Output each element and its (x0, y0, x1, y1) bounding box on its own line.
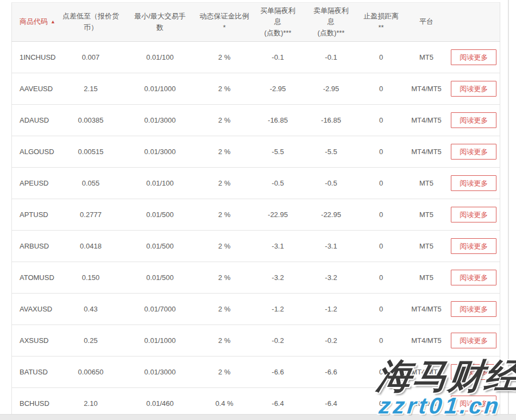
cell-symbol: ADAUSD (12, 105, 60, 136)
cell-margin: 2 % (198, 294, 251, 325)
cell-platform: MT4/MT5 (405, 294, 448, 325)
cell-platform: MT5 (405, 262, 448, 294)
cell-symbol: ALGOUSD (12, 136, 60, 168)
read-more-button[interactable]: 阅读更多 (451, 301, 496, 317)
table-row: BATUSD 0.00650 0.01/3000 2 % -6.6 -6.6 0… (12, 357, 500, 388)
cell-sell-swap: -2.95 (305, 73, 357, 105)
cell-margin: 2 % (198, 42, 251, 73)
sort-ascending-icon[interactable]: ▲ (51, 18, 55, 26)
cell-spread: 0.2777 (60, 199, 122, 231)
cell-symbol: AVAXUSD (12, 294, 60, 325)
cell-platform: MT4/MT5 (405, 136, 448, 168)
read-more-button[interactable]: 阅读更多 (451, 238, 496, 254)
table-row: APTUSD 0.2777 0.01/500 2 % -22.95 -22.95… (12, 199, 500, 231)
cell-sl-distance: 0 (357, 262, 405, 294)
cell-actions: 阅读更多 (448, 168, 500, 199)
page-bottom-strip (0, 414, 516, 420)
cell-margin: 2 % (198, 357, 251, 388)
read-more-button[interactable]: 阅读更多 (451, 175, 496, 191)
cell-spread: 0.25 (60, 325, 122, 357)
cell-symbol: APEUSD (12, 168, 60, 199)
cell-actions: 阅读更多 (448, 105, 500, 136)
cell-sl-distance: 0 (357, 136, 405, 168)
cell-buy-swap: -22.95 (251, 199, 305, 231)
column-header-symbol[interactable]: 商品代码▲ (12, 3, 60, 42)
cell-spread: 0.0418 (60, 231, 122, 262)
cell-lots: 0.01/500 (122, 262, 198, 294)
cell-lots: 0.01/7000 (122, 294, 198, 325)
cell-spread: 0.150 (60, 262, 122, 294)
cell-actions: 阅读更多 (448, 42, 500, 73)
cell-actions: 阅读更多 (448, 136, 500, 168)
cell-sell-swap: -3.2 (305, 262, 357, 294)
cell-sl-distance: 0 (357, 168, 405, 199)
read-more-button[interactable]: 阅读更多 (451, 144, 496, 160)
cell-sl-distance: 0 (357, 42, 405, 73)
cell-sl-distance: 0 (357, 325, 405, 357)
read-more-button[interactable]: 阅读更多 (451, 112, 496, 128)
cell-sl-distance: 0 (357, 199, 405, 231)
cell-platform: MT4/MT5 (405, 325, 448, 357)
cell-spread: 0.007 (60, 42, 122, 73)
cell-margin: 2 % (198, 168, 251, 199)
table-row: ATOMUSD 0.150 0.01/500 2 % -3.2 -3.2 0 M… (12, 262, 500, 294)
cell-platform: MT5 (405, 231, 448, 262)
cell-sl-distance: 0 (357, 73, 405, 105)
cell-sell-swap: -1.2 (305, 294, 357, 325)
column-header-sell-swap: 卖单隔夜利 息 (点数)*** (305, 3, 357, 42)
cell-sell-swap: -0.1 (305, 42, 357, 73)
cell-lots: 0.01/3000 (122, 105, 198, 136)
cell-spread: 0.00385 (60, 105, 122, 136)
read-more-button[interactable]: 阅读更多 (451, 333, 496, 348)
cell-buy-swap: -1.2 (251, 294, 305, 325)
table-row: ARBUSD 0.0418 0.01/500 2 % -3.1 -3.1 0 M… (12, 231, 500, 262)
column-header-spread: 点差低至（报价货 币） (60, 3, 122, 42)
cell-platform: MT4/MT5 (405, 73, 448, 105)
cell-spread: 0.055 (60, 168, 122, 199)
cell-margin: 2 % (198, 199, 251, 231)
cell-lots: 0.01/100 (122, 168, 198, 199)
table-row: ADAUSD 0.00385 0.01/3000 2 % -16.85 -16.… (12, 105, 500, 136)
cell-actions: 阅读更多 (448, 231, 500, 262)
column-header-sl-distance: 止盈损距离 ** (357, 3, 405, 42)
cell-sl-distance: 0 (357, 231, 405, 262)
cell-platform: MT5 (405, 42, 448, 73)
read-more-button[interactable]: 阅读更多 (451, 81, 496, 97)
cell-symbol: 1INCHUSD (12, 42, 60, 73)
read-more-button[interactable]: 阅读更多 (451, 270, 496, 285)
cell-margin: 2 % (198, 325, 251, 357)
cell-actions: 阅读更多 (448, 199, 500, 231)
cell-platform: MT4/MT5 (405, 105, 448, 136)
cell-platform: MT5 (405, 168, 448, 199)
cell-spread: 0.00650 (60, 357, 122, 388)
table-row: AXSUSD 0.25 0.01/1000 2 % -0.2 -0.2 0 MT… (12, 325, 500, 357)
cell-actions: 阅读更多 (448, 73, 500, 105)
read-more-button[interactable]: 阅读更多 (451, 49, 496, 65)
cell-buy-swap: -3.1 (251, 231, 305, 262)
cell-lots: 0.01/500 (122, 199, 198, 231)
cell-platform: MT5 (405, 199, 448, 231)
cell-sell-swap: -6.6 (305, 357, 357, 388)
cell-spread: 2.15 (60, 73, 122, 105)
read-more-button[interactable]: 阅读更多 (451, 207, 496, 222)
table-row: AVAXUSD 0.43 0.01/7000 2 % -1.2 -1.2 0 M… (12, 294, 500, 325)
cell-sell-swap: -0.2 (305, 325, 357, 357)
cell-sell-swap: -5.5 (305, 136, 357, 168)
cell-spread: 0.00515 (60, 136, 122, 168)
cell-sell-swap: -0.5 (305, 168, 357, 199)
cell-buy-swap: -0.5 (251, 168, 305, 199)
cell-lots: 0.01/1000 (122, 325, 198, 357)
cell-lots: 0.01/3000 (122, 357, 198, 388)
cell-symbol: BATUSD (12, 357, 60, 388)
cell-buy-swap: -0.2 (251, 325, 305, 357)
cell-actions: 阅读更多 (448, 325, 500, 357)
read-more-button[interactable]: 阅读更多 (451, 396, 496, 411)
table-row: AAVEUSD 2.15 0.01/1000 2 % -2.95 -2.95 0… (12, 73, 500, 105)
table-row: ALGOUSD 0.00515 0.01/3000 2 % -5.5 -5.5 … (12, 136, 500, 168)
cell-actions: 阅读更多 (448, 357, 500, 388)
cell-buy-swap: -6.6 (251, 357, 305, 388)
cell-spread: 0.43 (60, 294, 122, 325)
read-more-button[interactable]: 阅读更多 (451, 364, 496, 380)
cell-lots: 0.01/500 (122, 231, 198, 262)
cell-margin: 2 % (198, 73, 251, 105)
